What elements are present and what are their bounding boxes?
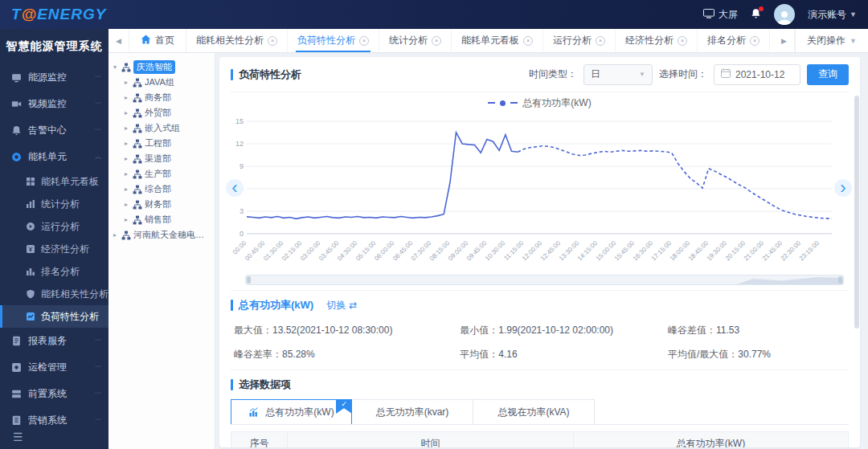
- date-picker[interactable]: 2021-10-12: [714, 64, 800, 85]
- sidebar-subitem-3-4[interactable]: 排名分析: [0, 260, 108, 283]
- sidebar-item-6[interactable]: 前置系统﹀: [0, 381, 108, 407]
- close-icon[interactable]: ×: [523, 36, 533, 46]
- sidebar-item-label: 能源监控: [28, 71, 95, 84]
- close-icon[interactable]: ×: [750, 36, 760, 46]
- tree-node-0-9[interactable]: ▸销售部: [113, 212, 211, 227]
- load-curve-chart: ‹ › 0369121500:0000:45:0001:30:0002:15:0…: [231, 113, 849, 285]
- tab-bar: ◀ 首页 能耗相关性分析×负荷特性分析×统计分析×能耗单元看板×运行分析×经济性…: [108, 29, 868, 53]
- front-icon: [11, 389, 22, 399]
- tree-node-root-0[interactable]: ▾庆浩智能: [113, 59, 211, 75]
- chart-legend[interactable]: 总有功功率(kW): [231, 92, 849, 113]
- query-button[interactable]: 查询: [807, 64, 849, 85]
- close-icon[interactable]: ×: [596, 36, 605, 46]
- tab-3[interactable]: 能耗单元看板×: [452, 29, 543, 52]
- sidebar-subitem-3-6[interactable]: 负荷特性分析: [0, 305, 108, 328]
- tab-home[interactable]: 首页: [129, 29, 186, 52]
- tree-node-0-1[interactable]: ▸商务部: [113, 90, 211, 105]
- tree-node-0-8[interactable]: ▸财务部: [113, 197, 211, 212]
- chart-canvas: 0369121500:0000:45:0001:30:0002:15:0003:…: [231, 113, 841, 271]
- tab-0[interactable]: 能耗相关性分析×: [186, 29, 288, 52]
- close-icon[interactable]: ×: [678, 36, 687, 46]
- svg-text:9: 9: [240, 162, 244, 170]
- svg-text:23:15:00: 23:15:00: [798, 239, 821, 263]
- switch-metric-link[interactable]: 切换 ⇄: [326, 299, 357, 312]
- analysis-card: 负荷特性分析 时间类型： 日 ▼ 选择时间： 202: [219, 57, 860, 447]
- sidebar-item-0[interactable]: 能源监控﹀: [0, 64, 108, 91]
- stats-title: 总有功功率(kW): [231, 298, 313, 312]
- datazoom-handle-left[interactable]: [247, 276, 251, 284]
- stats-section: 总有功功率(kW) 切换 ⇄ 最大值：13.52(2021-10-12 08:3…: [231, 290, 849, 369]
- sidebar-subitem-3-3[interactable]: 经济性分析: [0, 238, 108, 260]
- page-title: 负荷特性分析: [231, 67, 301, 82]
- sidebar-subitem-3-0[interactable]: 能耗单元看板: [0, 170, 108, 193]
- sidebar-item-3[interactable]: 能耗单元︿: [0, 144, 108, 170]
- close-icon[interactable]: ×: [268, 36, 277, 46]
- notifications-button[interactable]: [751, 8, 761, 22]
- tree-node-0-7[interactable]: ▸综合部: [113, 182, 211, 197]
- sidebar-item-2[interactable]: 告警中心﹀: [0, 117, 108, 144]
- legend-label: 总有功功率(kW): [522, 96, 591, 110]
- tree-node-0-2[interactable]: ▸外贸部: [113, 105, 211, 120]
- stat-label: 平均值/最大值：: [668, 349, 738, 360]
- tab-label: 排名分析: [707, 34, 746, 47]
- account-menu[interactable]: 演示账号 ▼: [808, 8, 857, 22]
- home-icon: [141, 35, 151, 47]
- account-name: 演示账号: [808, 8, 846, 22]
- datazoom-handle-right[interactable]: [838, 276, 842, 284]
- tree-node-0-3[interactable]: ▸嵌入式组: [113, 120, 211, 136]
- tree-node-root-1[interactable]: ▸河南航天金穗电子有限公: [113, 227, 211, 243]
- econ-icon: [26, 244, 35, 254]
- tree-node-0-0[interactable]: ▸JAVA组: [113, 75, 211, 90]
- tab-1[interactable]: 负荷特性分析×: [288, 29, 379, 52]
- chevron-down-icon: ▼: [850, 10, 857, 18]
- sidebar-subitem-3-1[interactable]: 统计分析: [0, 193, 108, 215]
- sidebar-subitem-3-2[interactable]: 运行分析: [0, 215, 108, 238]
- table-header-cell: 总有功功率(kW): [574, 432, 849, 448]
- org-icon: [133, 200, 142, 210]
- big-screen-button[interactable]: 大屏: [703, 8, 738, 22]
- chart-prev-button[interactable]: ‹: [226, 179, 244, 197]
- tab-6[interactable]: 排名分析×: [698, 29, 770, 52]
- tree-node-label: 生产部: [145, 168, 171, 180]
- title-accent-bar: [231, 300, 233, 311]
- title-accent-bar: [231, 379, 233, 390]
- org-icon: [133, 169, 142, 179]
- datazoom-slider[interactable]: [245, 275, 844, 285]
- metric-tab-2[interactable]: 总视在功率(kVA)✓: [473, 399, 595, 424]
- company-logo: T@ENERGY: [11, 6, 106, 23]
- sidebar-item-7[interactable]: 营销系统﹀: [0, 407, 108, 425]
- sidebar-item-4[interactable]: 报表服务﹀: [0, 328, 108, 354]
- tree-node-0-4[interactable]: ▸工程部: [113, 136, 211, 151]
- video-icon: [11, 99, 22, 109]
- chart-next-button[interactable]: ›: [834, 179, 852, 197]
- metric-tab-0[interactable]: 总有功功率(kW)✓: [231, 399, 352, 424]
- sidebar-item-5[interactable]: 运检管理﹀: [0, 354, 108, 381]
- sidebar-collapse-button[interactable]: ☰: [0, 425, 108, 449]
- stat-value: 11.53: [716, 325, 739, 336]
- vertical-scrollbar[interactable]: [854, 96, 859, 329]
- unit-icon: [11, 152, 22, 162]
- tabs-scroll-right-button[interactable]: ▶: [774, 29, 795, 52]
- sidebar-subitem-label: 能耗相关性分析: [41, 288, 108, 301]
- tab-5[interactable]: 经济性分析×: [616, 29, 698, 52]
- avatar[interactable]: [774, 4, 795, 25]
- org-icon: [133, 215, 142, 225]
- tree-node-0-5[interactable]: ▸渠道部: [113, 151, 211, 166]
- tab-4[interactable]: 运行分析×: [543, 29, 616, 52]
- tabs-scroll-left-button[interactable]: ◀: [108, 29, 129, 52]
- close-icon[interactable]: ×: [432, 36, 441, 46]
- legend-line-icon: [510, 102, 518, 104]
- tree-node-0-6[interactable]: ▸生产部: [113, 166, 211, 182]
- close-icon[interactable]: ×: [359, 36, 369, 46]
- tab-2[interactable]: 统计分析×: [379, 29, 452, 52]
- sidebar-item-1[interactable]: 视频监控﹀: [0, 91, 108, 117]
- time-type-select[interactable]: 日 ▼: [583, 64, 653, 85]
- sidebar-subitem-3-5[interactable]: 能耗相关性分析: [0, 283, 108, 305]
- sidebar: 智慧能源管理系统 能源监控﹀视频监控﹀告警中心﹀能耗单元︿能耗单元看板统计分析运…: [0, 29, 108, 449]
- bell-icon: [751, 10, 761, 22]
- close-operations-dropdown[interactable]: 关闭操作 ▼: [796, 34, 868, 47]
- tab-label: 能耗相关性分析: [196, 34, 264, 47]
- metric-tab-1[interactable]: 总无功功率(kvar)✓: [352, 399, 473, 424]
- screen-icon: [703, 9, 714, 21]
- logo-t: T: [11, 6, 22, 22]
